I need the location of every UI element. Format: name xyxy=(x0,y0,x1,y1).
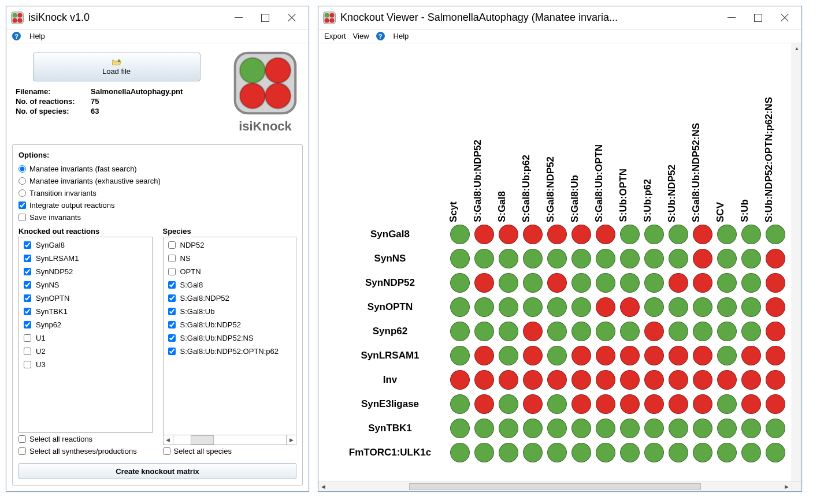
list-item[interactable]: SynNS xyxy=(20,278,151,292)
list-item[interactable]: NS xyxy=(165,252,295,265)
select-all-syntheses-input[interactable] xyxy=(18,447,26,455)
list-item-checkbox[interactable] xyxy=(24,361,31,368)
list-item-checkbox[interactable] xyxy=(24,255,31,262)
matrix-cell xyxy=(739,368,763,392)
create-knockout-matrix-button[interactable]: Create knockout matrix xyxy=(18,463,296,479)
menu-help[interactable]: Help xyxy=(29,32,45,40)
list-item-checkbox[interactable] xyxy=(168,268,176,275)
close-button[interactable] xyxy=(279,9,305,27)
radio-fast-input[interactable] xyxy=(18,165,26,173)
menu-help[interactable]: Help xyxy=(394,32,409,40)
list-item-checkbox[interactable] xyxy=(168,308,176,315)
matrix-cell xyxy=(496,271,521,295)
list-item[interactable]: NDP52 xyxy=(165,238,295,252)
viewer-titlebar: Knockout Viewer - SalmonellaAutophagy (M… xyxy=(318,6,801,29)
list-item-checkbox[interactable] xyxy=(168,241,176,249)
list-item-label: S:Gal8:Ub xyxy=(180,307,215,316)
matrix-cell xyxy=(642,368,666,392)
species-listbox[interactable]: NDP52NSOPTNS:Gal8S:Gal8:NDP52S:Gal8:UbS:… xyxy=(163,237,297,435)
list-item[interactable]: S:Gal8:Ub:NDP52 xyxy=(165,318,295,331)
list-item-checkbox[interactable] xyxy=(24,241,31,249)
list-item[interactable]: SynGal8 xyxy=(20,238,151,252)
list-item[interactable]: S:Gal8:Ub:NDP52:NS xyxy=(165,331,295,345)
list-item[interactable]: S:Gal8:NDP52 xyxy=(165,292,295,305)
list-item-checkbox[interactable] xyxy=(168,255,176,262)
list-item-checkbox[interactable] xyxy=(168,348,176,355)
viewer-vscrollbar[interactable]: ▲ xyxy=(792,43,801,481)
minimize-button[interactable] xyxy=(718,9,745,27)
list-item-checkbox[interactable] xyxy=(168,334,176,342)
select-all-species[interactable]: Select all species xyxy=(163,445,297,457)
scroll-left-icon[interactable]: ◀ xyxy=(318,482,328,491)
reactions-listbox[interactable]: SynGal8SynLRSAM1SynNDP52SynNSSynOPTNSynT… xyxy=(18,237,153,433)
list-item-checkbox[interactable] xyxy=(24,321,31,328)
list-item[interactable]: S:Gal8:Ub xyxy=(165,305,295,318)
scroll-up-icon[interactable]: ▲ xyxy=(792,43,801,53)
dot-red-icon xyxy=(474,346,494,365)
list-item[interactable]: S:Gal8:Ub:NDP52:OPTN:p62 xyxy=(165,345,295,358)
dot-red-icon xyxy=(693,370,712,390)
list-item[interactable]: SynNDP52 xyxy=(20,265,151,278)
menu-export[interactable]: Export xyxy=(324,32,346,40)
radio-exhaustive-search[interactable]: Manatee invariants (exhaustive search) xyxy=(18,175,296,187)
matrix-cell xyxy=(763,440,788,465)
list-item-checkbox[interactable] xyxy=(168,294,176,302)
list-item[interactable]: SynTBK1 xyxy=(20,305,151,318)
scroll-thumb[interactable] xyxy=(409,483,701,490)
list-item[interactable]: Synp62 xyxy=(20,318,151,331)
species-hscrollbar[interactable]: ◀ ▶ xyxy=(163,435,297,445)
matrix-cell xyxy=(569,416,593,440)
list-item-checkbox[interactable] xyxy=(24,334,31,342)
check-integrate[interactable]: Integrate output reactions xyxy=(18,199,296,211)
dot-green-icon xyxy=(644,273,664,293)
list-item-checkbox[interactable] xyxy=(24,294,31,302)
list-item[interactable]: SynLRSAM1 xyxy=(20,252,151,265)
dot-red-icon xyxy=(693,346,712,365)
list-item-checkbox[interactable] xyxy=(24,348,31,355)
list-item-checkbox[interactable] xyxy=(24,308,31,315)
dot-green-icon xyxy=(693,297,712,317)
list-item[interactable]: S:Gal8 xyxy=(165,278,295,292)
list-item[interactable]: U3 xyxy=(20,358,151,371)
matrix-cell xyxy=(666,222,691,247)
scroll-left-icon[interactable]: ◀ xyxy=(164,435,173,445)
scroll-right-icon[interactable]: ▶ xyxy=(782,482,792,491)
dot-green-icon xyxy=(766,225,785,244)
list-item-checkbox[interactable] xyxy=(24,268,31,275)
maximize-button[interactable] xyxy=(745,9,771,27)
check-save[interactable]: Save invariants xyxy=(18,211,296,223)
list-item[interactable]: OPTN xyxy=(165,265,295,278)
scroll-thumb[interactable] xyxy=(191,435,214,445)
load-file-button[interactable]: Load file xyxy=(33,53,201,81)
radio-fast-search[interactable]: Manatee invariants (fast search) xyxy=(18,163,296,175)
maximize-button[interactable] xyxy=(252,9,279,27)
list-item[interactable]: U2 xyxy=(20,345,151,358)
matrix-cell xyxy=(448,295,472,319)
check-save-input[interactable] xyxy=(18,214,26,221)
close-button[interactable] xyxy=(771,9,798,27)
menu-view[interactable]: View xyxy=(353,32,369,40)
list-item[interactable]: SynOPTN xyxy=(20,292,151,305)
matrix-cell xyxy=(521,416,545,440)
check-integrate-input[interactable] xyxy=(18,201,26,209)
radio-transition-input[interactable] xyxy=(18,189,26,197)
dot-green-icon xyxy=(620,419,640,438)
radio-transition[interactable]: Transition invariants xyxy=(18,187,296,199)
dot-green-icon xyxy=(717,273,737,293)
list-item-checkbox[interactable] xyxy=(24,281,31,289)
select-all-reactions-input[interactable] xyxy=(18,435,26,443)
radio-exhaustive-input[interactable] xyxy=(18,177,26,185)
select-all-reactions[interactable]: Select all reactions xyxy=(18,433,153,445)
select-all-species-input[interactable] xyxy=(163,447,170,455)
select-all-syntheses[interactable]: Select all syntheses/productions xyxy=(18,445,153,457)
list-item-checkbox[interactable] xyxy=(168,321,176,328)
matrix-cell xyxy=(593,319,618,344)
viewer-scroll-area[interactable]: ScytS:Gal8:Ub:NDP52S:Gal8S:Gal8:Ub:p62S:… xyxy=(318,43,801,491)
minimize-button[interactable] xyxy=(225,9,252,27)
matrix-cell xyxy=(448,222,472,247)
dot-red-icon xyxy=(474,273,494,293)
scroll-right-icon[interactable]: ▶ xyxy=(286,435,296,445)
list-item-checkbox[interactable] xyxy=(168,281,176,289)
viewer-hscrollbar[interactable]: ◀ ▶ xyxy=(318,481,792,491)
list-item[interactable]: U1 xyxy=(20,331,151,345)
